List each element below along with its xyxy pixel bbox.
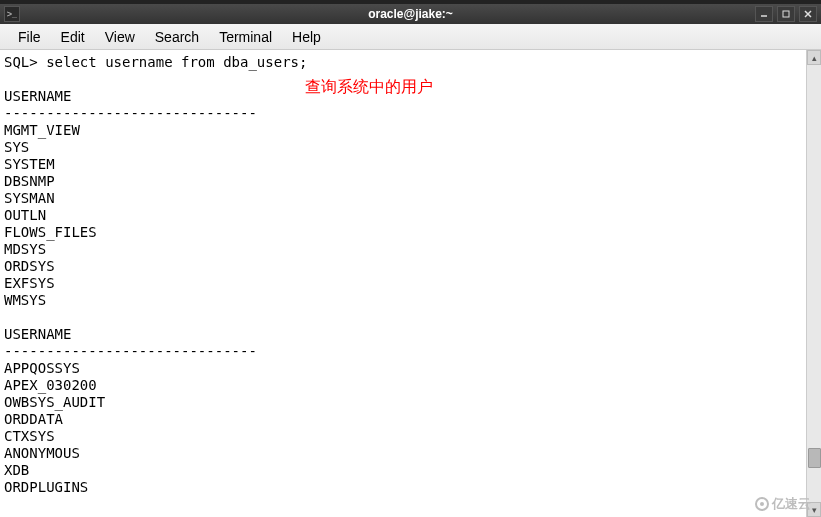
close-button[interactable] xyxy=(799,6,817,22)
table-row: WMSYS xyxy=(4,292,46,308)
column-header: USERNAME xyxy=(4,326,71,342)
table-row: DBSNMP xyxy=(4,173,55,189)
table-row: ORDDATA xyxy=(4,411,63,427)
sql-prompt-line: SQL> select username from dba_users; xyxy=(4,54,307,70)
window-controls xyxy=(755,6,817,22)
scrollbar[interactable]: ▴ ▾ xyxy=(806,50,821,517)
annotation-text: 查询系统中的用户 xyxy=(305,78,433,95)
scrollbar-up-button[interactable]: ▴ xyxy=(807,50,821,65)
titlebar: >_ oracle@jiake:~ xyxy=(0,4,821,24)
terminal-icon: >_ xyxy=(4,6,20,22)
table-row: SYSMAN xyxy=(4,190,55,206)
table-row: OUTLN xyxy=(4,207,46,223)
table-row: ORDPLUGINS xyxy=(4,479,88,495)
terminal-content[interactable]: SQL> select username from dba_users; USE… xyxy=(0,50,806,517)
menubar: File Edit View Search Terminal Help xyxy=(0,24,821,50)
table-row: APEX_030200 xyxy=(4,377,97,393)
watermark-text: 亿速云 xyxy=(772,495,811,513)
divider-line: ------------------------------ xyxy=(4,343,257,359)
menu-view[interactable]: View xyxy=(95,27,145,47)
minimize-button[interactable] xyxy=(755,6,773,22)
table-row: FLOWS_FILES xyxy=(4,224,97,240)
watermark-icon xyxy=(755,497,769,511)
table-row: ORDSYS xyxy=(4,258,55,274)
window-title: oracle@jiake:~ xyxy=(368,7,453,21)
menu-help[interactable]: Help xyxy=(282,27,331,47)
svg-rect-1 xyxy=(783,11,789,17)
terminal-area: SQL> select username from dba_users; USE… xyxy=(0,50,821,517)
table-row: OWBSYS_AUDIT xyxy=(4,394,105,410)
table-row: MDSYS xyxy=(4,241,46,257)
menu-terminal[interactable]: Terminal xyxy=(209,27,282,47)
table-row: XDB xyxy=(4,462,29,478)
table-row: MGMT_VIEW xyxy=(4,122,80,138)
column-header: USERNAME xyxy=(4,88,71,104)
menu-edit[interactable]: Edit xyxy=(51,27,95,47)
menu-search[interactable]: Search xyxy=(145,27,209,47)
table-row: EXFSYS xyxy=(4,275,55,291)
table-row: APPQOSSYS xyxy=(4,360,80,376)
scrollbar-thumb[interactable] xyxy=(808,448,821,468)
table-row: CTXSYS xyxy=(4,428,55,444)
divider-line: ------------------------------ xyxy=(4,105,257,121)
watermark: 亿速云 xyxy=(755,495,811,513)
table-row: ANONYMOUS xyxy=(4,445,80,461)
menu-file[interactable]: File xyxy=(8,27,51,47)
table-row: SYS xyxy=(4,139,29,155)
maximize-button[interactable] xyxy=(777,6,795,22)
table-row: SYSTEM xyxy=(4,156,55,172)
